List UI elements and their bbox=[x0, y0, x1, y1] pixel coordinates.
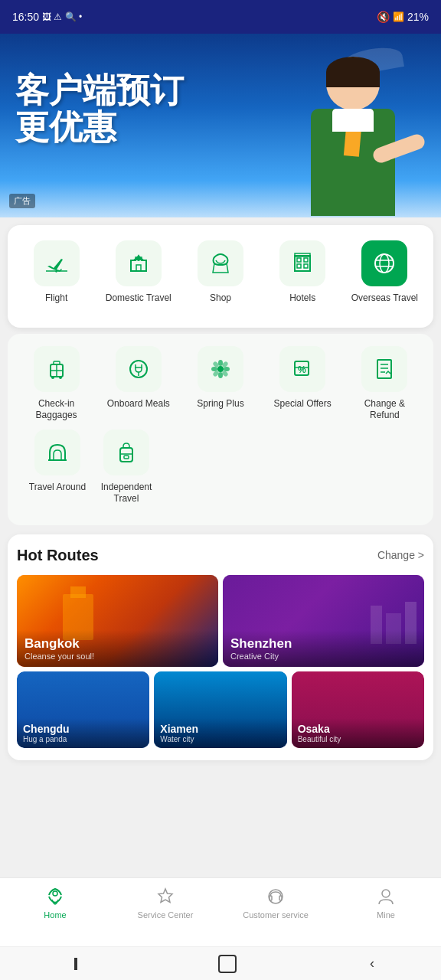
hotels-item[interactable]: Hotels bbox=[268, 240, 337, 305]
nav-service-center[interactable]: Service Center bbox=[110, 886, 220, 920]
banner-text: 客户端预订 更优惠 bbox=[15, 72, 184, 146]
customer-service-nav-label: Customer service bbox=[243, 910, 309, 920]
svg-rect-6 bbox=[304, 264, 308, 268]
travel-around-icon-circle bbox=[34, 430, 80, 475]
travel-around-item[interactable]: Travel Around bbox=[23, 430, 92, 494]
customer-service-nav-icon bbox=[265, 886, 286, 907]
chengdu-overlay: Chengdu Hug a panda bbox=[17, 718, 149, 748]
onboard-meals-icon-circle bbox=[116, 346, 162, 392]
osaka-overlay: Osaka Beautiful city bbox=[292, 718, 424, 748]
overseas-travel-icon-circle bbox=[361, 240, 407, 286]
nav-mine[interactable]: Mine bbox=[331, 886, 441, 920]
wifi-icon: 📶 bbox=[393, 11, 404, 22]
route-card-chengdu[interactable]: Chengdu Hug a panda bbox=[17, 671, 149, 748]
domestic-travel-label: Domestic Travel bbox=[106, 292, 172, 305]
person-icon bbox=[375, 886, 397, 907]
svg-point-23 bbox=[211, 367, 217, 371]
route-card-bangkok[interactable]: Bangkok Cleanse your soul! bbox=[17, 575, 218, 667]
headset-icon bbox=[265, 886, 286, 907]
hot-routes-header: Hot Routes Change > bbox=[17, 547, 424, 564]
spring-plus-icon-circle bbox=[198, 346, 243, 392]
second-icon-grid: Check-in Baggages Onboard Meals bbox=[8, 334, 433, 525]
notification-icons: 🖼 ⚠ 🔍 • bbox=[42, 11, 82, 22]
shenzhen-sub: Creative City bbox=[230, 652, 416, 661]
svg-rect-39 bbox=[124, 456, 129, 459]
nav-home[interactable]: Home bbox=[0, 886, 110, 920]
bottom-routes-row: Chengdu Hug a panda Xiamen Water city Os… bbox=[17, 671, 424, 748]
svg-point-24 bbox=[224, 367, 230, 371]
top-icon-row: Flight Domestic Travel bbox=[15, 240, 426, 305]
overseas-travel-item[interactable]: Overseas Travel bbox=[350, 240, 419, 305]
spring-plus-label: Spring Plus bbox=[197, 398, 243, 410]
home-nav-label: Home bbox=[44, 910, 66, 920]
domestic-travel-icon bbox=[125, 250, 152, 277]
svg-rect-32 bbox=[377, 360, 391, 378]
change-refund-item[interactable]: Change & Refund bbox=[350, 346, 419, 422]
overseas-travel-label: Overseas Travel bbox=[351, 292, 418, 305]
meals-icon bbox=[125, 355, 152, 383]
status-bar-right: 🔇 📶 21% bbox=[377, 11, 429, 23]
svg-point-15 bbox=[51, 376, 54, 379]
change-button[interactable]: Change > bbox=[377, 549, 424, 561]
main-icon-grid: Flight Domestic Travel bbox=[8, 225, 433, 328]
shop-label: Shop bbox=[210, 292, 231, 305]
bangkok-name: Bangkok bbox=[24, 636, 211, 652]
special-offers-item[interactable]: % Special Offers bbox=[268, 346, 337, 410]
flower-icon bbox=[207, 355, 234, 383]
overseas-travel-icon bbox=[371, 250, 398, 277]
ad-label: 广告 bbox=[9, 194, 35, 208]
change-refund-icon-circle bbox=[361, 346, 407, 392]
special-offers-icon-circle: % bbox=[279, 346, 325, 392]
sys-nav-home[interactable] bbox=[218, 955, 237, 973]
onboard-meals-label: Onboard Meals bbox=[107, 398, 170, 410]
receipt-icon bbox=[371, 355, 398, 383]
independent-travel-item[interactable]: Independent Travel bbox=[92, 430, 161, 505]
flight-item[interactable]: Flight bbox=[22, 240, 91, 305]
osaka-sub: Beautiful city bbox=[298, 735, 418, 743]
status-bar-left: 16:50 🖼 ⚠ 🔍 • bbox=[12, 11, 82, 23]
home-icon bbox=[44, 886, 66, 907]
svg-point-22 bbox=[218, 372, 223, 378]
spring-plus-item[interactable]: Spring Plus bbox=[186, 346, 255, 410]
shop-item[interactable]: Shop bbox=[186, 240, 255, 305]
xiamen-name: Xiamen bbox=[160, 723, 280, 735]
chengdu-name: Chengdu bbox=[23, 723, 143, 735]
hot-routes-title: Hot Routes bbox=[17, 547, 99, 564]
bottom-nav: Home Service Center Customer service bbox=[0, 877, 441, 946]
onboard-meals-item[interactable]: Onboard Meals bbox=[104, 346, 173, 410]
battery: 21% bbox=[407, 11, 429, 23]
route-card-osaka[interactable]: Osaka Beautiful city bbox=[292, 671, 424, 748]
service-center-nav-label: Service Center bbox=[138, 910, 194, 920]
status-bar: 16:50 🖼 ⚠ 🔍 • 🔇 📶 21% bbox=[0, 0, 441, 34]
time: 16:50 bbox=[12, 11, 39, 23]
luggage-icon bbox=[43, 355, 70, 383]
route-card-shenzhen[interactable]: Shenzhen Creative City bbox=[223, 575, 424, 667]
nav-customer-service[interactable]: Customer service bbox=[220, 886, 331, 920]
svg-rect-37 bbox=[120, 448, 132, 462]
xiamen-sub: Water city bbox=[160, 735, 280, 743]
banner-line2: 更优惠 bbox=[15, 109, 184, 145]
promo-banner[interactable]: 客户端预订 更优惠 广告 bbox=[0, 34, 441, 217]
routes-grid: Bangkok Cleanse your soul! Shenzhen Crea… bbox=[17, 575, 424, 748]
sys-nav-back[interactable]: ‹ bbox=[370, 956, 374, 972]
domestic-travel-icon-circle bbox=[116, 240, 162, 286]
backpack-icon bbox=[113, 439, 140, 466]
route-card-xiamen[interactable]: Xiamen Water city bbox=[154, 671, 286, 748]
mine-nav-icon bbox=[375, 886, 397, 907]
hot-routes-section: Hot Routes Change > Bangkok Cleanse your… bbox=[8, 534, 433, 760]
svg-point-8 bbox=[375, 254, 394, 273]
service-center-nav-icon bbox=[155, 886, 176, 907]
check-in-baggages-item[interactable]: Check-in Baggages bbox=[22, 346, 91, 422]
check-in-baggages-icon-circle bbox=[34, 346, 80, 392]
shop-icon-circle bbox=[198, 240, 243, 286]
domestic-travel-item[interactable]: Domestic Travel bbox=[104, 240, 173, 305]
shenzhen-overlay: Shenzhen Creative City bbox=[223, 630, 424, 667]
special-offers-label: Special Offers bbox=[274, 398, 332, 410]
sys-nav-menu[interactable] bbox=[67, 955, 85, 973]
xiamen-overlay: Xiamen Water city bbox=[154, 718, 286, 748]
third-icon-row: Travel Around Independent Travel bbox=[15, 430, 426, 505]
svg-point-16 bbox=[59, 376, 62, 379]
mine-nav-label: Mine bbox=[377, 910, 395, 920]
home-nav-icon bbox=[44, 886, 66, 907]
banner-line1: 客户端预订 bbox=[15, 72, 184, 109]
